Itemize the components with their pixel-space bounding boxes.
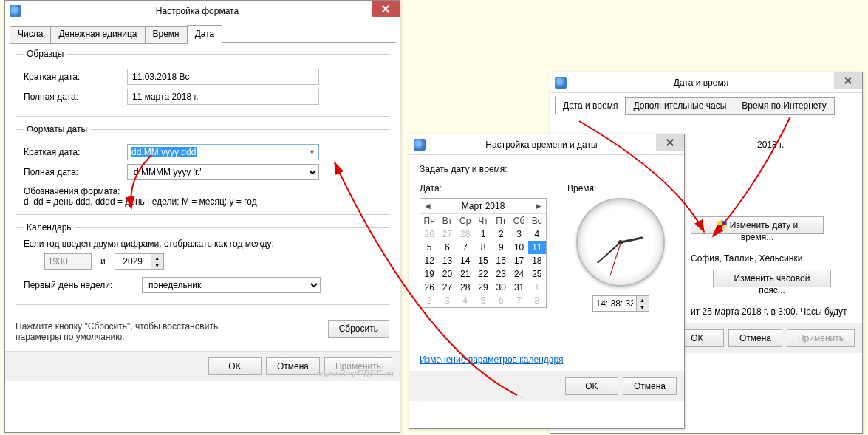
spin-up[interactable]: ▲ (637, 296, 649, 304)
calendar-day[interactable]: 17 (510, 254, 527, 267)
calendar-day[interactable]: 7 (457, 241, 474, 254)
close-button[interactable] (834, 72, 862, 89)
ok-button[interactable]: OK (208, 357, 262, 375)
reset-button[interactable]: Сбросить (328, 320, 389, 338)
calendar-day[interactable]: 4 (528, 227, 546, 241)
tab-internet-time[interactable]: Время по Интернету (734, 97, 834, 115)
change-datetime-button[interactable]: Изменить дату и время... (691, 216, 824, 234)
calendar-day[interactable]: 15 (474, 254, 492, 267)
calendar-day[interactable]: 11 (528, 241, 546, 254)
spin-down[interactable]: ▼ (151, 261, 163, 269)
calendar-day[interactable]: 23 (492, 267, 510, 281)
calendar-day[interactable]: 3 (510, 227, 527, 241)
apply-button[interactable]: Применить (787, 329, 855, 347)
tab-datetime[interactable]: Дата и время (555, 97, 626, 114)
long-date-sample: 11 марта 2018 г. (127, 89, 319, 105)
tab-time[interactable]: Время (145, 26, 188, 44)
calendar-day[interactable]: 27 (438, 281, 456, 294)
calendar-day[interactable]: 5 (420, 241, 438, 254)
calendar-day[interactable]: 24 (510, 267, 527, 281)
calendar-day[interactable]: 26 (420, 281, 438, 294)
cancel-button[interactable]: Отмена (266, 357, 320, 375)
calendar-settings-link[interactable]: Изменение параметров календаря (420, 354, 564, 365)
calendar-day-other[interactable]: 3 (438, 294, 456, 307)
timezone-cities: София, Таллин, Хельсинки (691, 253, 852, 264)
calendar-day-header: Пн (420, 214, 438, 227)
calendar-day[interactable]: 8 (474, 241, 492, 254)
calendar-day-other[interactable]: 5 (474, 294, 492, 307)
time-label: Время: (567, 183, 674, 193)
calendar-day[interactable]: 25 (528, 267, 546, 281)
calendar-day-other[interactable]: 6 (492, 294, 510, 307)
tabstrip: Дата и время Дополнительные часы Время п… (550, 93, 862, 114)
calendar-day[interactable]: 9 (492, 241, 510, 254)
year-to-input[interactable] (115, 254, 151, 269)
app-icon (555, 77, 567, 89)
calendar-month: Март 2018 (462, 201, 505, 211)
calendar-group: Календарь Если год введен двумя цифрами,… (16, 222, 389, 305)
time-spinner[interactable]: ▲▼ (592, 295, 649, 312)
close-button[interactable] (656, 134, 684, 151)
long-date-format-combo[interactable]: d MMMM yyyy 'г.' (127, 164, 319, 180)
calendar-day-other[interactable]: 1 (528, 281, 546, 294)
cancel-button[interactable]: Отмена (728, 329, 782, 347)
short-date-format-combo[interactable]: dd.MM.yyyy ddd ▼ (127, 144, 319, 160)
first-day-combo[interactable]: понедельник (142, 277, 321, 293)
calendar-day-header: Чт (474, 214, 492, 227)
current-date: 2018 г. (757, 140, 852, 150)
calendar-day[interactable]: 31 (510, 281, 527, 294)
calendar-day-header: Вт (438, 214, 456, 227)
calendar-day[interactable]: 13 (438, 254, 456, 267)
calendar-day-other[interactable]: 27 (438, 227, 456, 241)
set-datetime-window: Настройка времени и даты Задать дату и в… (409, 134, 685, 429)
calendar-day[interactable]: 2 (492, 227, 510, 241)
ok-button[interactable]: OK (565, 377, 618, 395)
tab-currency[interactable]: Денежная единица (50, 26, 145, 44)
calendar-day[interactable]: 10 (510, 241, 527, 254)
format-settings-window: Настройка формата Числа Денежная единица… (4, 0, 400, 433)
short-date-sample: 11.03.2018 Вс (127, 69, 319, 85)
calendar-day-other[interactable]: 2 (420, 294, 438, 307)
calendar-day[interactable]: 22 (474, 267, 492, 281)
short-date-label: Краткая дата: (24, 72, 127, 82)
tabstrip: Числа Денежная единица Время Дата (5, 21, 400, 42)
time-input[interactable] (593, 296, 636, 311)
tab-extra-clocks[interactable]: Дополнительные часы (625, 97, 734, 115)
formats-legend: Форматы даты (24, 124, 90, 134)
calendar-day-other[interactable]: 28 (457, 227, 474, 241)
calendar-day[interactable]: 21 (457, 267, 474, 281)
tab-numbers[interactable]: Числа (10, 26, 51, 44)
calendar-day[interactable]: 1 (474, 227, 492, 241)
calendar-day-other[interactable]: 4 (457, 294, 474, 307)
tab-date[interactable]: Дата (187, 25, 223, 43)
change-timezone-button[interactable]: Изменить часовой пояс... (713, 270, 831, 287)
close-icon (844, 77, 852, 84)
calendar-day[interactable]: 6 (438, 241, 456, 254)
window-title: Настройка времени и даты (427, 140, 656, 150)
calendar[interactable]: ◄ Март 2018 ► ПнВтСрЧтПтСбВс262728123456… (420, 198, 547, 308)
calendar-day[interactable]: 18 (528, 254, 546, 267)
calendar-day[interactable]: 28 (457, 281, 474, 294)
calendar-day[interactable]: 16 (492, 254, 510, 267)
calendar-day[interactable]: 19 (420, 267, 438, 281)
next-month-button[interactable]: ► (534, 201, 543, 211)
app-icon (10, 5, 21, 17)
calendar-day[interactable]: 12 (420, 254, 438, 267)
spin-down[interactable]: ▼ (637, 304, 649, 311)
prev-month-button[interactable]: ◄ (423, 201, 432, 211)
chevron-down-icon: ▼ (309, 148, 315, 156)
calendar-day-other[interactable]: 8 (528, 294, 546, 307)
titlebar: Дата и время (550, 72, 862, 93)
calendar-day-other[interactable]: 26 (420, 227, 438, 241)
calendar-day[interactable]: 30 (492, 281, 510, 294)
calendar-day[interactable]: 14 (457, 254, 474, 267)
cancel-button[interactable]: Отмена (623, 377, 677, 395)
calendar-day[interactable]: 29 (474, 281, 492, 294)
calendar-day[interactable]: 20 (438, 267, 456, 281)
calendar-day-header: Вс (528, 214, 546, 227)
spin-up[interactable]: ▲ (151, 254, 163, 261)
calendar-day-header: Ср (457, 214, 474, 227)
calendar-day-other[interactable]: 7 (510, 294, 527, 307)
close-button[interactable] (372, 1, 400, 17)
year-to-spinner[interactable]: ▲▼ (115, 253, 164, 270)
